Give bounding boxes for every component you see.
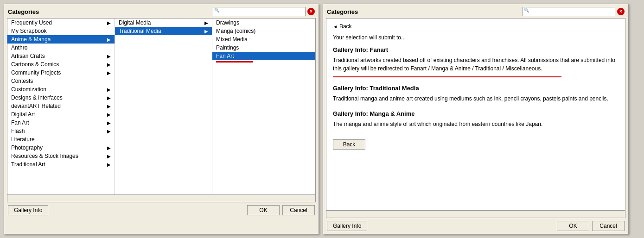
right-cancel-button[interactable]: Cancel (592, 221, 625, 231)
col2-item-label: Digital Media (119, 19, 151, 26)
left-col1-item[interactable]: deviantART Related▶ (7, 102, 115, 110)
col3-item-label: Fan Art (216, 53, 234, 59)
col1-item-arrow: ▶ (107, 87, 111, 92)
left-dialog: Categories × Frequently Used▶My Scrapboo… (4, 4, 319, 234)
left-col1-item[interactable]: Contests (7, 77, 115, 85)
left-col3-item[interactable]: Manga (comics) (212, 27, 315, 35)
left-search-input[interactable] (213, 7, 306, 16)
left-header-right: × (213, 7, 315, 16)
col3-selected-underline (216, 61, 253, 63)
gallery-fanart-desc: Traditional artworks created based off o… (333, 56, 618, 73)
right-ok-button[interactable]: OK (557, 221, 589, 231)
left-col2-item[interactable]: Traditional Media▶ (115, 27, 212, 35)
left-col1-item[interactable]: Anime & Manga▶ (7, 35, 115, 44)
col1-item-label: Cartoons & Comics (11, 61, 59, 68)
col1-item-label: Digital Art (11, 111, 35, 118)
submit-to-text: Your selection will submit to... (333, 34, 618, 41)
left-col1-item[interactable]: Photography▶ (7, 144, 115, 152)
right-dialog: Categories × ◄ Back Your selection will … (323, 4, 629, 234)
left-dialog-footer: Gallery Info OK Cancel (4, 202, 319, 218)
col1-item-arrow: ▶ (107, 37, 111, 42)
right-close-button[interactable]: × (617, 8, 625, 15)
col1-item-label: My Scrapbook (11, 28, 47, 34)
col1-item-arrow: ▶ (107, 20, 111, 25)
left-col2: Digital Media▶Traditional Media▶ (115, 19, 212, 194)
col1-item-label: Anthro (11, 44, 27, 51)
col1-item-label: Anime & Manga (11, 36, 51, 43)
col3-item-label: Mixed Media (216, 36, 248, 43)
left-gallery-info-button[interactable]: Gallery Info (8, 205, 48, 215)
right-gallery-info-button[interactable]: Gallery Info (327, 221, 367, 231)
gallery-manga-title: Gallery Info: Manga & Anime (333, 110, 618, 117)
left-col1-item[interactable]: Community Projects▶ (7, 69, 115, 77)
col1-item-arrow: ▶ (107, 70, 111, 75)
col1-item-label: Designs & Interfaces (11, 94, 63, 101)
right-back-link-top[interactable]: ◄ Back (333, 23, 618, 30)
left-col1-item[interactable]: Fan Art▶ (7, 119, 115, 127)
fanart-red-divider (333, 76, 561, 77)
right-info-back-button[interactable]: Back (333, 139, 365, 150)
left-col1-item[interactable]: Frequently Used▶ (7, 19, 115, 27)
gallery-traditional-desc: Traditional manga and anime art created … (333, 94, 618, 103)
left-col1-item[interactable]: Designs & Interfaces▶ (7, 94, 115, 102)
left-col1-item[interactable]: Resources & Stock Images▶ (7, 152, 115, 160)
right-hscroll[interactable] (326, 211, 625, 218)
left-col1-item[interactable]: Flash▶ (7, 127, 115, 135)
col1-item-label: Literature (11, 136, 35, 143)
left-col1-item[interactable]: My Scrapbook (7, 27, 115, 35)
col1-item-arrow: ▶ (107, 104, 111, 109)
left-ok-button[interactable]: OK (247, 205, 280, 215)
col1-item-label: Flash (11, 128, 25, 134)
col1-item-arrow: ▶ (107, 129, 111, 134)
right-search-container (523, 7, 615, 16)
col3-item-label: Drawings (216, 19, 239, 26)
gallery-traditional-title: Gallery Info: Traditional Media (333, 85, 618, 92)
left-col1-item[interactable]: Cartoons & Comics▶ (7, 60, 115, 69)
col1-item-arrow: ▶ (107, 95, 111, 100)
col1-item-arrow: ▶ (107, 162, 111, 167)
left-col2-item[interactable]: Digital Media▶ (115, 19, 212, 27)
col1-item-label: Photography (11, 144, 43, 151)
col1-item-arrow: ▶ (107, 154, 111, 159)
col1-item-label: Community Projects (11, 69, 61, 76)
left-col3-item[interactable]: Drawings (212, 19, 315, 27)
right-search-input[interactable] (523, 7, 615, 16)
col1-item-arrow: ▶ (107, 120, 111, 125)
left-cancel-button[interactable]: Cancel (282, 205, 315, 215)
col1-item-label: deviantART Related (11, 103, 61, 109)
left-dialog-title: Categories (8, 8, 39, 15)
col1-item-arrow: ▶ (107, 54, 111, 59)
left-col3-item[interactable]: Mixed Media (212, 35, 315, 44)
back-link-label: Back (339, 23, 352, 30)
left-col1-item[interactable]: Customization▶ (7, 85, 115, 94)
gallery-manga-section: Gallery Info: Manga & Anime The manga an… (333, 110, 618, 128)
gallery-manga-desc: The manga and anime style of art which o… (333, 120, 618, 128)
left-col1-item[interactable]: Anthro (7, 44, 115, 52)
left-col3-item[interactable]: Paintings (212, 44, 315, 52)
col1-item-arrow: ▶ (107, 62, 111, 67)
left-columns-area: Frequently Used▶My ScrapbookAnime & Mang… (7, 18, 316, 195)
left-col1-item[interactable]: Digital Art▶ (7, 110, 115, 119)
left-col1-item[interactable]: Traditional Art▶ (7, 160, 115, 169)
col1-item-label: Artisan Crafts (11, 53, 45, 59)
left-col1-item[interactable]: Literature (7, 135, 115, 144)
left-search-container (213, 7, 306, 16)
back-arrow-icon: ◄ (333, 24, 338, 29)
left-col3-item[interactable]: Fan Art (212, 52, 315, 60)
gallery-traditional-section: Gallery Info: Traditional Media Traditio… (333, 85, 618, 103)
col1-item-label: Fan Art (11, 119, 29, 126)
left-col1: Frequently Used▶My ScrapbookAnime & Mang… (7, 19, 115, 194)
left-close-button[interactable]: × (307, 8, 315, 15)
left-dialog-header: Categories × (4, 4, 319, 18)
gallery-fanart-section: Gallery Info: Fanart Traditional artwork… (333, 46, 618, 77)
left-footer-right: OK Cancel (247, 205, 315, 215)
right-info-panel: ◄ Back Your selection will submit to... … (326, 18, 625, 211)
col1-item-arrow: ▶ (107, 145, 111, 150)
right-dialog-footer: Gallery Info OK Cancel (323, 218, 628, 234)
col1-item-label: Customization (11, 86, 46, 93)
left-col1-item[interactable]: Artisan Crafts▶ (7, 52, 115, 60)
col1-item-label: Contests (11, 78, 33, 84)
col1-item-arrow: ▶ (107, 112, 111, 117)
left-hscroll[interactable] (7, 195, 316, 202)
col1-item-label: Traditional Art (11, 161, 45, 168)
